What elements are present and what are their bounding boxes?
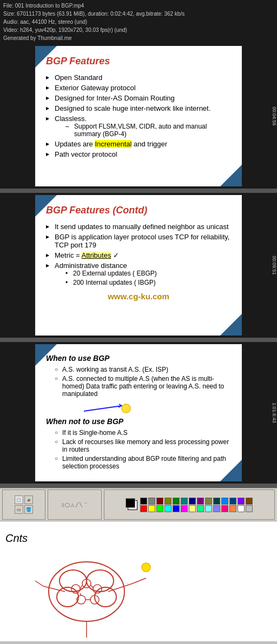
eraser-tool-icon[interactable]: ▭ [15,505,23,514]
when-to-use-header: When to use BGP [46,354,231,363]
file-info-line5: Generated by Thumbnail.me [3,34,274,42]
svg-point-2 [49,562,124,621]
color-cell[interactable] [229,498,236,505]
slide1-wrapper: BGP Features Open Standard Exterior Gate… [0,46,277,186]
color-cell[interactable] [140,505,147,512]
gap1 [0,189,277,193]
slide2-bullet-2: BGP is application layer protocol uses T… [46,233,231,249]
slide2-bullet-metric: Metric = Attributes ✓ [46,251,231,259]
slide3-wrapper: When to use BGP A.S. working as transit … [0,344,277,481]
color-cell[interactable] [205,498,212,505]
color-cell[interactable] [213,505,220,512]
lasso-tool-icon[interactable]: ⌀ [24,495,33,504]
slide3-when-to-use-section: When to use BGP A.S. working as transit … [46,354,231,398]
slide1: BGP Features Open Standard Exterior Gate… [35,46,242,186]
slide2-admin-sub-2: 200 Internal updates ( IBGP) [65,279,231,286]
select-tool-icon[interactable]: ⬚ [15,495,23,504]
color-cell[interactable] [189,505,196,512]
slide1-bullet-classless: Classless. Support FLSM,VLSM, CIDR, auto… [46,115,231,138]
color-cell[interactable] [164,505,172,512]
svg-line-15 [95,593,95,595]
file-info-line4: Video: h264, yuv420p, 1920x720, 30.03 fp… [3,26,274,34]
slide1-sub-bullet-1: Support FLSM,VLSM, CIDR, auto and manual… [65,123,231,138]
when-not-to-use-header: When not to use BGP [46,417,231,426]
color-cell[interactable] [173,505,180,512]
when-not-1: If it is Single-home A.S [55,429,231,437]
slide1-bullet-path: Path vector protocol [46,150,231,158]
paint-toolbar: ⬚ ⌀ ▭ 🪣 ▯ ◯ △ ╱ ╲ ⌒ [0,488,277,521]
color-cell[interactable] [140,498,147,505]
slide2-wrapper: BGP Features (Contd) It send updates to … [0,195,277,336]
color-cell[interactable] [181,505,188,512]
when-to-use-list: A.S. working as transit A.S. (Ex. ISP) A… [46,366,231,398]
color-cell[interactable] [189,498,196,505]
slide1-highlight: Incremental [95,140,131,148]
slide1-bullet-updates: Updates are Incremental and trigger [46,140,231,148]
slide1-updates-text: Updates are Incremental and trigger [55,140,167,148]
slide2-watermark: www.cg-ku.com [46,289,231,303]
slide1-corner-br [220,165,242,186]
file-info: File: 001 Introduction to BGP.mp4 Size: … [0,0,277,44]
slide2: BGP Features (Contd) It send updates to … [35,195,242,336]
slide2-admin-sub: 20 External updates ( EBGP) 200 Internal… [55,270,231,286]
color-cell[interactable] [205,505,212,512]
color-cell[interactable] [238,498,245,505]
color-cell[interactable] [221,505,228,512]
toolbar-shapes-section: ▯ ◯ △ ╱ ╲ ⌒ [48,489,102,520]
color-cell[interactable] [213,498,220,505]
taskbar: Start 🖼 Paint [0,640,277,644]
svg-text:Cnts: Cnts [5,532,28,544]
color-cell[interactable] [197,505,204,512]
color-cell[interactable] [148,505,155,512]
svg-point-22 [142,563,150,572]
slide3: When to use BGP A.S. working as transit … [35,344,242,481]
when-not-3: Limited understanding about BGP route fi… [55,455,231,470]
slide2-timestamp: 00:09:51 [272,256,277,274]
slide1-bullet-2: Exterior Gateway protocol [46,84,231,92]
color-boxes [126,498,253,512]
color-cell[interactable] [197,498,204,505]
slide1-sub-bullet: Support FLSM,VLSM, CIDR, auto and manual… [55,123,231,138]
color-cell[interactable] [221,498,228,505]
slide3-when-not-section: When not to use BGP If it is Single-home… [46,417,231,470]
slide2-title: BGP Features (Contd) [46,205,231,216]
network-diagram-svg [32,538,195,640]
slide1-bullet-4: Designed to scale huge inter-network lik… [46,104,231,112]
toolbar-tools-section: ⬚ ⌀ ▭ 🪣 [2,489,45,520]
fg-color-box[interactable] [126,498,135,508]
color-selector [126,498,138,511]
file-info-line2: Size: 67011173 bytes (63.91 MiB), durati… [3,10,274,18]
color-cell[interactable] [246,498,253,505]
slide2-admin-sub-1: 20 External updates ( EBGP) [65,270,231,277]
color-cell[interactable] [148,498,155,505]
slide1-title: BGP Features [46,56,231,67]
color-cell[interactable] [156,498,163,505]
color-cell[interactable] [238,505,245,512]
when-to-use-2: A.S. connected to multiple A.S (when the… [55,375,231,398]
drawing-area[interactable]: Cnts [0,521,277,640]
tool-icons-grid: ⬚ ⌀ ▭ 🪣 [15,495,33,514]
slide2-bullet-1: It send updates to manually defined neig… [46,223,231,231]
color-cell[interactable] [246,505,253,512]
when-to-use-1: A.S. working as transit A.S. (Ex. ISP) [55,366,231,373]
color-cell[interactable] [156,505,163,512]
color-palette [140,498,253,512]
color-cell[interactable] [173,498,180,505]
color-cell[interactable] [164,498,172,505]
file-info-line3: Audio: aac, 44100 Hz, stereo (und) [3,18,274,26]
gap3 [0,484,277,488]
annotation-area [46,403,231,417]
color-cell[interactable] [229,505,236,512]
slide2-corner-br [220,314,242,336]
metric-label: Metric = Attributes ✓ [55,251,119,259]
slide2-bullet-admin: Administrative distance 20 External upda… [46,261,231,286]
fill-tool-icon[interactable]: 🪣 [24,505,33,514]
toolbar-color-section [104,489,275,520]
annotation-arrow-svg [78,403,143,417]
slide1-bullet-3: Designed for Inter-AS Domain Routing [46,94,231,102]
svg-line-14 [80,593,81,595]
slide2-bullet-list: It send updates to manually defined neig… [46,223,231,286]
gap2 [0,338,277,342]
slide1-timestamp: 00:04:56 [272,106,277,125]
color-cell[interactable] [181,498,188,505]
